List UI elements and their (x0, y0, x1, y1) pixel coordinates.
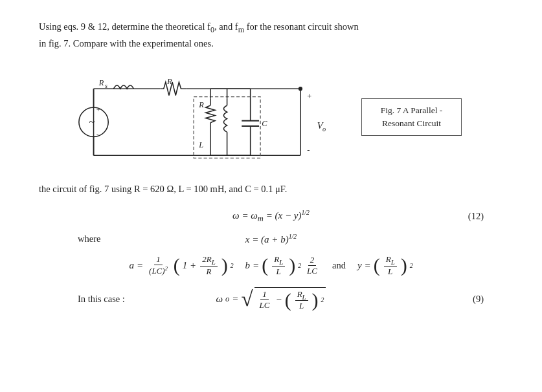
and-word: and (332, 260, 346, 271)
eq12-content: ω = ωm = (x − y)1/2 (232, 209, 310, 224)
svg-text:R: R (198, 100, 204, 109)
eq9-number: (9) (473, 294, 484, 305)
b-eq: b = ( RL L )2 2 LC (245, 254, 321, 277)
fig-label: Fig. 7 A Parallel - Resonant Circuit (361, 98, 462, 136)
svg-point-15 (299, 87, 302, 91)
eq9-content: ωo = √ 1 LC − ( RL L )2 (216, 287, 326, 312)
circuit-svg: ~ + - R s R (78, 62, 350, 172)
svg-text:+: + (307, 92, 311, 101)
eq9-row: In this case : ωo = √ 1 LC − ( RL L )2 (39, 287, 503, 312)
svg-text:+: + (96, 105, 100, 113)
eq12-row: ω = ωm = (x − y)1/2 (12) (39, 209, 503, 224)
svg-text:o: o (322, 125, 326, 133)
y-eq: y = ( RL L )2 (357, 254, 413, 277)
svg-text:L: L (198, 140, 203, 149)
svg-text:R: R (98, 78, 104, 87)
svg-text:-: - (96, 130, 99, 138)
where-label: where (78, 234, 100, 245)
in-this-case-label: In this case : (78, 294, 125, 305)
svg-text:s: s (105, 82, 107, 89)
eq12-number: (12) (468, 211, 484, 222)
a-eq: a = 1 (LC)2 ( 1 + 2RL R )2 (129, 254, 233, 277)
intro-text: Using eqs. 9 & 12, determine the theoret… (39, 19, 503, 50)
circuit-values: the circuit of fig. 7 using R = 620 Ω, L… (39, 184, 503, 195)
x-eq: x = (a + b)1/2 (245, 233, 297, 245)
svg-text:-: - (307, 145, 310, 154)
svg-text:C: C (262, 119, 267, 128)
circuit-diagram-area: ~ + - R s R (78, 62, 503, 172)
svg-text:~: ~ (89, 116, 95, 128)
